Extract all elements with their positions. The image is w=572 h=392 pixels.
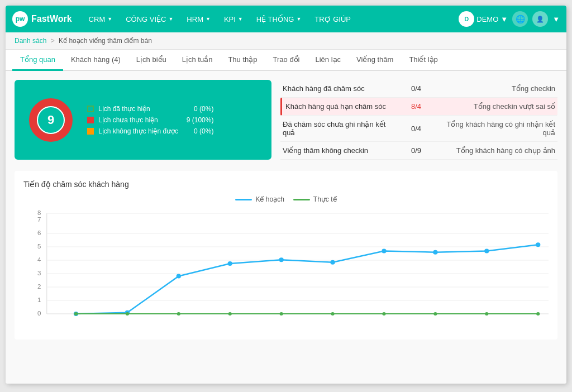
- tab-lichtuan[interactable]: Lịch tuần: [174, 50, 221, 71]
- tab-tonquan[interactable]: Tổng quan: [12, 50, 63, 71]
- legend-line-green: [293, 199, 310, 200]
- stat-right-0: Tổng checkin: [444, 84, 555, 93]
- svg-text:0: 0: [37, 310, 41, 317]
- svg-point-38: [433, 250, 437, 255]
- legend-count-2: 0 (0%): [183, 127, 213, 135]
- donut-center-value: 9: [47, 113, 54, 127]
- legend-kehoach-label: Kế hoạch: [255, 195, 284, 203]
- chart-svg: 0 1 2 3 4 5 6 7 8 01/11 02/11 03/11 04/1…: [23, 208, 549, 319]
- svg-text:06/11: 06/11: [325, 318, 341, 319]
- svg-text:1: 1: [37, 297, 41, 303]
- legend-color-1: [87, 117, 94, 123]
- stat-value-3: 0/9: [399, 146, 421, 155]
- legend-thucte: Thực tế: [293, 195, 337, 203]
- svg-point-37: [382, 249, 386, 254]
- svg-point-48: [433, 312, 437, 315]
- nav-congviec-arrow: ▼: [168, 16, 173, 22]
- nav-kpi[interactable]: KPI ▼: [218, 12, 249, 27]
- svg-point-41: [74, 312, 78, 315]
- avatar: D: [459, 11, 474, 27]
- user-arrow: ▼: [500, 15, 508, 23]
- svg-text:3: 3: [37, 270, 41, 276]
- stat-right-3: Tổng khách hàng có chụp ảnh: [444, 146, 555, 155]
- legend-count-1: 9 (100%): [175, 116, 214, 124]
- svg-text:03/11: 03/11: [170, 318, 187, 319]
- tab-lichbieu[interactable]: Lịch biểu: [128, 50, 174, 71]
- profile-avatar[interactable]: 👤: [532, 11, 548, 27]
- nav-hethong-arrow: ▼: [296, 16, 301, 22]
- profile-arrow: ▼: [552, 15, 560, 23]
- donut-chart: 9: [26, 95, 76, 145]
- chart-legend: Kế hoạch Thực tế: [23, 195, 549, 203]
- breadcrumb: Danh sách > Kế hoạch viếng thăm điểm bán: [6, 32, 566, 50]
- tab-thietlap[interactable]: Thiết lập: [401, 50, 445, 71]
- tab-traodoi[interactable]: Trao đổi: [265, 50, 308, 71]
- svg-text:02/11: 02/11: [120, 318, 136, 319]
- svg-point-49: [485, 312, 488, 315]
- svg-text:10/11: 10/11: [530, 318, 546, 319]
- main-content: 9 Lịch đã thực hiện 0 (0%) Lịch chưa thự…: [6, 71, 566, 384]
- nav-right: D DEMO ▼ 🌐 👤 ▼: [459, 11, 560, 27]
- svg-text:04/11: 04/11: [222, 318, 238, 319]
- stat-value-2: 0/4: [399, 125, 421, 133]
- svg-point-42: [126, 312, 129, 315]
- donut-card: 9 Lịch đã thực hiện 0 (0%) Lịch chưa thự…: [15, 80, 271, 160]
- svg-text:01/11: 01/11: [68, 318, 84, 319]
- svg-point-40: [536, 242, 540, 247]
- breadcrumb-current: Kế hoạch viếng thăm điểm bán: [59, 37, 152, 45]
- svg-text:07/11: 07/11: [376, 318, 392, 319]
- globe-icon[interactable]: 🌐: [512, 11, 528, 27]
- nav-crm-arrow: ▼: [107, 16, 112, 22]
- right-stats: Khách hàng đã chăm sóc 0/4 Tổng checkin …: [280, 80, 557, 160]
- stat-row-0: Khách hàng đã chăm sóc 0/4 Tổng checkin: [280, 80, 557, 98]
- nav-congviec[interactable]: CÔNG VIỆC ▼: [120, 12, 179, 27]
- tab-vienghtham[interactable]: Viếng thăm: [349, 50, 401, 71]
- chart-section: Tiến độ chăm sóc khách hàng Kế hoạch Thự…: [15, 171, 557, 340]
- legend-kehoach: Kế hoạch: [235, 195, 284, 203]
- legend-line-blue: [235, 199, 252, 200]
- tab-lienlac[interactable]: Liên lạc: [308, 50, 349, 71]
- svg-point-36: [330, 260, 335, 265]
- brand-icon: pw: [12, 11, 28, 27]
- svg-point-35: [279, 257, 283, 262]
- svg-text:2: 2: [37, 283, 41, 290]
- chart-title: Tiến độ chăm sóc khách hàng: [23, 180, 549, 189]
- svg-text:7: 7: [37, 216, 41, 223]
- nav-hethong[interactable]: HỆ THỐNG ▼: [251, 12, 307, 27]
- stats-row: 9 Lịch đã thực hiện 0 (0%) Lịch chưa thự…: [15, 80, 557, 160]
- nav-trogiu[interactable]: TRỢ GIÚP: [309, 12, 356, 27]
- breadcrumb-separator: >: [51, 37, 55, 45]
- svg-point-50: [536, 312, 540, 315]
- legend-label-0: Lịch đã thực hiện: [98, 105, 150, 113]
- nav-kpi-label: KPI: [224, 15, 236, 23]
- nav-crm[interactable]: CRM ▼: [83, 12, 118, 27]
- tab-thuthap[interactable]: Thu thập: [220, 50, 265, 71]
- stat-value-0: 0/4: [399, 84, 421, 93]
- avatar-text: D: [464, 16, 469, 22]
- breadcrumb-root[interactable]: Danh sách: [15, 37, 46, 45]
- nav-items: CRM ▼ CÔNG VIỆC ▼ HRM ▼ KPI ▼ HỆ THỐNG ▼…: [83, 12, 459, 27]
- legend-item-0: Lịch đã thực hiện 0 (0%): [87, 105, 213, 113]
- svg-point-33: [177, 274, 181, 279]
- stat-label-2: Đã chăm sóc chưa ghi nhận kết quả: [283, 120, 399, 137]
- svg-point-45: [280, 312, 283, 315]
- nav-hrm[interactable]: HRM ▼: [181, 12, 216, 27]
- stat-row-3: Viếng thăm không checkin 0/9 Tổng khách …: [280, 142, 557, 160]
- nav-crm-label: CRM: [89, 15, 106, 23]
- user-label: DEMO: [476, 15, 498, 23]
- stat-label-0: Khách hàng đã chăm sóc: [283, 84, 399, 93]
- legend-color-2: [87, 128, 94, 135]
- svg-point-46: [331, 312, 334, 315]
- legend-color-0: [87, 106, 94, 112]
- user-menu[interactable]: D DEMO ▼: [459, 11, 508, 27]
- stat-value-1: 8/4: [399, 102, 421, 111]
- svg-point-44: [228, 312, 232, 315]
- legend-thucte-label: Thực tế: [313, 195, 337, 203]
- tabs-bar: Tổng quan Khách hàng (4) Lịch biểu Lịch …: [6, 50, 566, 71]
- brand-icon-text: pw: [16, 15, 25, 23]
- legend-count-0: 0 (0%): [183, 105, 213, 113]
- stat-right-2: Tổng khách hàng có ghi nhận kết quả: [444, 120, 555, 137]
- svg-text:6: 6: [37, 230, 41, 236]
- svg-point-43: [177, 312, 180, 315]
- tab-khachhang[interactable]: Khách hàng (4): [63, 50, 128, 71]
